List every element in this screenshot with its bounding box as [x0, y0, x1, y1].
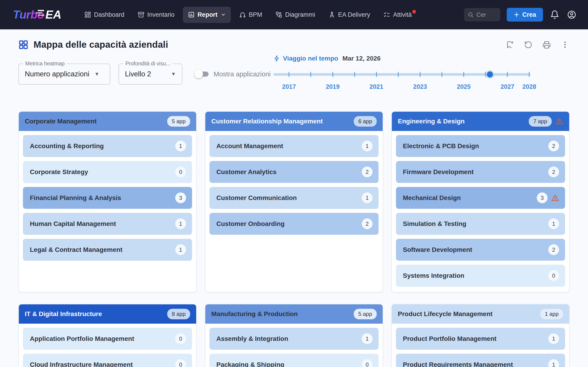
capability-count-badge: 1 [362, 333, 372, 344]
app-count-badge: 6 app [354, 116, 377, 127]
slider-year-label: 2021 [370, 83, 383, 90]
slider-thumb[interactable] [486, 71, 494, 78]
app-count-badge: 7 app [529, 116, 552, 127]
capability-card-body: Assembly & Integration 1 Packaging & Shi… [205, 324, 383, 367]
slider-tick-2023 [420, 72, 420, 77]
filters: Metrica heatmap Numero applicazioni ▼ Pr… [18, 64, 271, 85]
chevron-down-icon [221, 12, 226, 17]
capability-card-body: Account Management 1 Customer Analytics … [205, 131, 383, 240]
capability-card-header[interactable]: Product Lifecycle Management 1 app [392, 304, 569, 324]
page-header: Mappa delle capacità aziendali [18, 40, 570, 50]
capability-row[interactable]: Packaging & Shipping 0 [209, 354, 379, 367]
notifications-button[interactable] [549, 9, 560, 20]
capability-row[interactable]: Product Portfolio Management 1 [396, 328, 565, 350]
capability-card-header[interactable]: IT & Digital Infrastructure 8 app [19, 304, 196, 324]
nav-item-label: Dashboard [94, 11, 124, 18]
capability-row[interactable]: Corporate Strategy 0 [23, 161, 192, 183]
capability-count-badge: 2 [362, 167, 372, 177]
refresh-button[interactable] [524, 40, 533, 49]
capability-row-name: Simulation & Testing [403, 220, 548, 227]
capability-row[interactable]: Product Requirements Management 1 [396, 354, 565, 367]
capability-row[interactable]: Simulation & Testing 1 [396, 213, 565, 235]
toggle-switch[interactable] [195, 71, 209, 77]
capability-row[interactable]: Firmware Development 2 [396, 161, 565, 183]
capability-row[interactable]: Assembly & Integration 1 [209, 328, 379, 350]
nav-item-ea-delivery[interactable]: EA Delivery [323, 7, 375, 23]
slider-year-label: 2023 [413, 83, 427, 90]
time-travel: Viaggio nel tempo Mar 12, 2026 201720192… [273, 55, 531, 91]
capability-count-badge: 2 [548, 141, 559, 151]
capability-row[interactable]: Electronic & PCB Design 2 [396, 135, 565, 157]
capability-row[interactable]: Mechanical Design 3 [396, 187, 565, 209]
slider-year-label: 2027 [501, 83, 514, 90]
slider-tick-2020 [354, 72, 355, 77]
nav-item-attività[interactable]: Attività [378, 7, 417, 23]
slider-tick-2021 [376, 72, 377, 77]
search-icon [468, 12, 474, 18]
capability-row[interactable]: Accounting & Reporting 1 [23, 135, 192, 157]
bookmark-button[interactable] [505, 40, 515, 49]
create-button-label: Crea [522, 11, 536, 18]
warning-icon [555, 117, 563, 125]
capability-row[interactable]: Systems Integration 0 [396, 265, 565, 286]
more-options-button[interactable] [561, 40, 570, 49]
chevron-down-icon: ▼ [171, 71, 176, 77]
capability-card-header[interactable]: Corporate Management 5 app [19, 112, 196, 131]
capability-row[interactable]: Financial Planning & Analysis 3 [23, 187, 192, 209]
create-button[interactable]: Crea [507, 8, 543, 22]
capability-row[interactable]: Customer Communication 1 [209, 187, 379, 209]
capability-row[interactable]: Customer Analytics 2 [209, 161, 379, 183]
time-travel-label[interactable]: Viaggio nel tempo [283, 55, 338, 62]
nav-item-diagrammi[interactable]: Diagrammi [270, 7, 320, 23]
app-count-badge: 5 app [354, 309, 377, 319]
bpm-icon [239, 11, 246, 18]
capability-row-name: Software Development [403, 246, 548, 253]
search-input[interactable] [476, 11, 495, 18]
view-depth-select[interactable]: Profondità di visu... Livello 2 ▼ [119, 64, 182, 85]
capability-row-name: Electronic & PCB Design [403, 142, 548, 150]
capability-count-badge: 3 [175, 192, 186, 203]
slider-year-label: 2025 [457, 83, 471, 90]
nav-item-dashboard[interactable]: Dashboard [79, 7, 129, 23]
slider-tick-2025 [464, 72, 464, 77]
capability-row[interactable]: Application Portfolio Management 0 [23, 328, 192, 350]
nav-item-bpm[interactable]: BPM [234, 7, 267, 23]
nav-item-label: Diagrammi [285, 11, 315, 18]
nav-item-inventario[interactable]: Inventario [132, 7, 180, 23]
capability-row[interactable]: Software Development 2 [396, 239, 565, 261]
nav-item-report[interactable]: Report [183, 7, 231, 23]
capability-row[interactable]: Account Management 1 [209, 135, 379, 157]
print-button[interactable] [542, 40, 551, 49]
nav-item-label: Inventario [147, 11, 174, 18]
slider-tick-2027 [507, 72, 508, 77]
capability-card-header[interactable]: Customer Relationship Management 6 app [205, 112, 383, 131]
capability-card-title: Product Lifecycle Management [398, 310, 540, 318]
slider-year-label: 2028 [522, 83, 536, 90]
view-depth-label: Profondità di visu... [123, 60, 173, 67]
page-content: Mappa delle capacità aziendali Metrica h… [0, 40, 588, 367]
slider-tick-2024 [442, 72, 442, 77]
capability-row-name: Customer Onboarding [216, 220, 362, 227]
capability-row[interactable]: Legal & Contract Management 1 [23, 239, 192, 261]
heatmap-metric-select[interactable]: Metrica heatmap Numero applicazioni ▼ [18, 64, 110, 85]
report-icon [188, 11, 195, 18]
capability-row[interactable]: Customer Onboarding 2 [209, 213, 379, 235]
capability-card-header[interactable]: Engineering & Design 7 app [392, 112, 569, 131]
show-applications-toggle[interactable]: Mostra applicazioni [195, 70, 271, 78]
profile-button[interactable] [566, 9, 577, 20]
capability-count-badge: 0 [175, 359, 186, 367]
capability-row-name: Legal & Contract Management [30, 246, 175, 253]
capability-count-badge: 1 [548, 218, 559, 229]
search-box[interactable] [464, 8, 500, 21]
top-navbar: Turbo EA Dashboard Inventario Report BPM… [0, 0, 588, 29]
capability-row-name: Product Portfolio Management [403, 335, 548, 342]
brand-logo[interactable]: Turbo EA [13, 8, 61, 21]
time-slider-track[interactable] [273, 70, 531, 78]
capability-count-badge: 2 [548, 167, 559, 177]
notification-dot [412, 10, 416, 14]
capability-row[interactable]: Cloud Infrastructure Management 0 [23, 354, 192, 367]
capability-row[interactable]: Human Capital Management 1 [23, 213, 192, 235]
capability-card-header[interactable]: Manufacturing & Production 5 app [205, 304, 383, 324]
capability-row-name: Packaging & Shipping [216, 361, 362, 367]
tasks-icon [383, 11, 390, 18]
